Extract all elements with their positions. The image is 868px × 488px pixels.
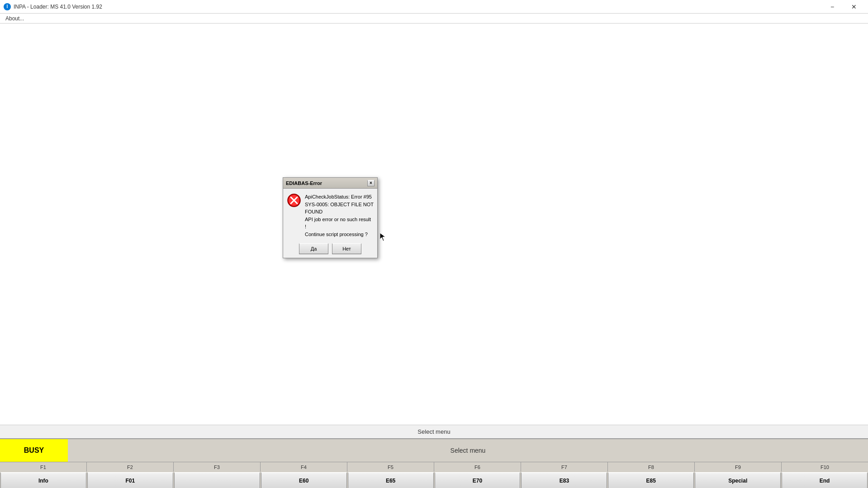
- fkey-label-f7: F7: [521, 462, 608, 472]
- fkey-button-special[interactable]: Special: [695, 472, 781, 488]
- dialog-no-button[interactable]: Нет: [332, 243, 361, 254]
- fkey-label-f10: F10: [782, 462, 868, 472]
- dialog-message-row: ApiCheckJobStatus: Error #95 SYS-0005: O…: [287, 193, 374, 238]
- dialog-title: EDIABAS-Error: [286, 180, 322, 186]
- busy-row: BUSY Select menu: [0, 439, 868, 462]
- dialog-line1: ApiCheckJobStatus: Error #95: [305, 193, 374, 201]
- status-bar: Select menu: [0, 425, 868, 438]
- dialog-line2: SYS-0005: OBJECT FILE NOT FOUND: [305, 201, 374, 216]
- fkey-label-f8: F8: [608, 462, 695, 472]
- error-icon: [287, 193, 301, 208]
- bottom-status-text: Select menu: [68, 447, 868, 454]
- dialog-buttons: Да Нет: [287, 243, 374, 254]
- error-dialog: EDIABAS-Error × ApiCheckJobStatus: Error…: [283, 177, 378, 258]
- fkey-label-f5: F5: [347, 462, 434, 472]
- fkey-buttons-row: InfoF01E60E65E70E83E85SpecialEnd: [0, 472, 868, 488]
- dialog-titlebar: EDIABAS-Error ×: [283, 178, 377, 189]
- fkey-label-f1: F1: [0, 462, 87, 472]
- dialog-message-text: ApiCheckJobStatus: Error #95 SYS-0005: O…: [305, 193, 374, 238]
- fkey-label-f2: F2: [87, 462, 174, 472]
- dialog-line4: Continue script processing ?: [305, 231, 374, 238]
- window-title: INPA - Loader: MS 41.0 Version 1.92: [14, 4, 822, 10]
- fkey-button-e65[interactable]: E65: [348, 472, 434, 488]
- busy-label: BUSY: [0, 439, 68, 462]
- fkey-label-f3: F3: [174, 462, 261, 472]
- fkey-button-e70[interactable]: E70: [435, 472, 521, 488]
- bottom-bar: BUSY Select menu F1F2F3F4F5F6F7F8F9F10 I…: [0, 438, 868, 488]
- fkey-label-f6: F6: [434, 462, 521, 472]
- fkey-label-f4: F4: [261, 462, 347, 472]
- fkey-labels-row: F1F2F3F4F5F6F7F8F9F10: [0, 462, 868, 472]
- fkey-button-end[interactable]: End: [782, 472, 868, 488]
- fkey-button-empty-2[interactable]: [174, 472, 260, 488]
- fkey-label-f9: F9: [695, 462, 782, 472]
- fkey-button-f01[interactable]: F01: [87, 472, 173, 488]
- select-menu-text: Select menu: [417, 428, 450, 435]
- dialog-close-button[interactable]: ×: [367, 180, 375, 186]
- dialog-line3: API job error or no such result !: [305, 216, 374, 231]
- fkey-button-e83[interactable]: E83: [521, 472, 607, 488]
- dialog-yes-button[interactable]: Да: [299, 243, 328, 254]
- app-icon: I: [4, 3, 11, 10]
- close-button[interactable]: ✕: [844, 0, 864, 14]
- window-controls: − ✕: [822, 0, 864, 14]
- title-bar: I INPA - Loader: MS 41.0 Version 1.92 − …: [0, 0, 868, 14]
- fkey-button-info[interactable]: Info: [0, 472, 86, 488]
- fkey-button-e85[interactable]: E85: [608, 472, 694, 488]
- menu-about[interactable]: About...: [2, 14, 28, 23]
- menu-bar: About...: [0, 14, 868, 24]
- minimize-button[interactable]: −: [822, 0, 843, 14]
- dialog-body: ApiCheckJobStatus: Error #95 SYS-0005: O…: [283, 189, 377, 258]
- mouse-cursor: [380, 233, 385, 241]
- main-content: EDIABAS-Error × ApiCheckJobStatus: Error…: [0, 24, 868, 438]
- fkey-button-e60[interactable]: E60: [261, 472, 347, 488]
